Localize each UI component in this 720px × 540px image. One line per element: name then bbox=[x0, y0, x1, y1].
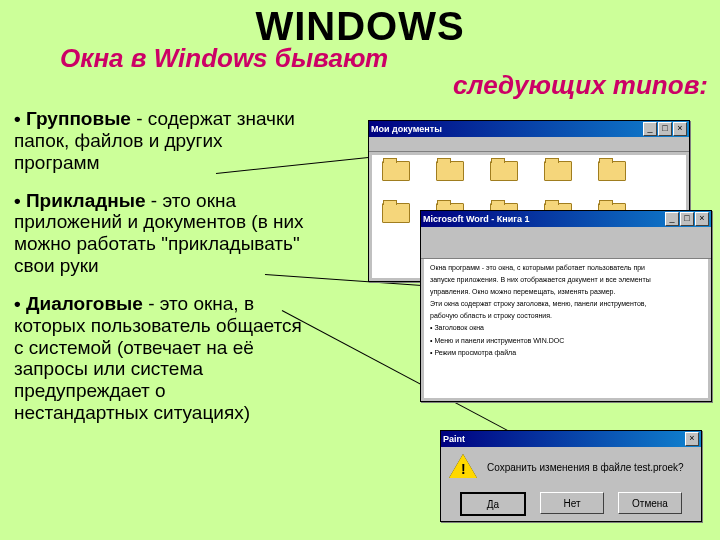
term-app: Прикладные bbox=[26, 190, 146, 211]
editor-text: • Заголовок окна bbox=[430, 323, 702, 332]
window-title: Мои документы bbox=[371, 124, 442, 134]
minimize-button[interactable]: _ bbox=[643, 122, 657, 136]
term-group: Групповые bbox=[26, 108, 131, 129]
editor-body[interactable]: Окна программ - это окна, с которыми раб… bbox=[424, 259, 708, 398]
folder-icon[interactable] bbox=[538, 161, 578, 195]
editor-text: • Режим просмотра файла bbox=[430, 348, 702, 357]
window-controls: _ □ × bbox=[665, 212, 709, 226]
list-item: • Групповые - содержат значки папок, фай… bbox=[14, 108, 304, 174]
window-title: Microsoft Word - Книга 1 bbox=[423, 214, 530, 224]
dialog-body: ! Сохранить изменения в файле test.proek… bbox=[441, 448, 701, 521]
bullet-dot: • bbox=[14, 190, 26, 211]
editor-text: запуске приложения. В них отображается д… bbox=[430, 275, 702, 284]
application-window[interactable]: Microsoft Word - Книга 1 _ □ × Окна прог… bbox=[420, 210, 712, 402]
subtitle-line-2: следующих типов: bbox=[0, 70, 708, 101]
list-item: • Прикладные - это окна приложений и док… bbox=[14, 190, 304, 277]
warning-icon: ! bbox=[449, 454, 477, 480]
titlebar[interactable]: Paint × bbox=[441, 431, 701, 447]
titlebar[interactable]: Microsoft Word - Книга 1 _ □ × bbox=[421, 211, 711, 227]
folder-icon[interactable] bbox=[376, 203, 416, 237]
dialog-message: Сохранить изменения в файле test.proek? bbox=[487, 462, 684, 473]
bullet-dot: • bbox=[14, 108, 26, 129]
cancel-button[interactable]: Отмена bbox=[618, 492, 682, 514]
folder-icon[interactable] bbox=[430, 161, 470, 195]
bullet-list: • Групповые - содержат значки папок, фай… bbox=[14, 108, 304, 440]
titlebar[interactable]: Мои документы _ □ × bbox=[369, 121, 689, 137]
folder-icon[interactable] bbox=[484, 161, 524, 195]
toolbar bbox=[421, 228, 711, 259]
yes-button[interactable]: Да bbox=[460, 492, 526, 516]
editor-text: Эти окна содержат строку заголовка, меню… bbox=[430, 299, 702, 308]
toolbar bbox=[369, 137, 689, 152]
editor-text: управления. Окно можно перемещать, измен… bbox=[430, 287, 702, 296]
editor-text: Окна программ - это окна, с которыми раб… bbox=[430, 263, 702, 272]
window-title: Paint bbox=[443, 434, 465, 444]
folder-icon[interactable] bbox=[592, 161, 632, 195]
minimize-button[interactable]: _ bbox=[665, 212, 679, 226]
dialog-buttons: Да Нет Отмена bbox=[449, 492, 693, 516]
no-button[interactable]: Нет bbox=[540, 492, 604, 514]
window-controls: _ □ × bbox=[643, 122, 687, 136]
list-item: • Диалоговые - это окна, в которых польз… bbox=[14, 293, 304, 424]
maximize-button[interactable]: □ bbox=[680, 212, 694, 226]
close-button[interactable]: × bbox=[695, 212, 709, 226]
close-button[interactable]: × bbox=[685, 432, 699, 446]
maximize-button[interactable]: □ bbox=[658, 122, 672, 136]
editor-text: • Меню и панели инструментов WIN.DOC bbox=[430, 336, 702, 345]
dialog-window[interactable]: Paint × ! Сохранить изменения в файле te… bbox=[440, 430, 702, 522]
bullet-dot: • bbox=[14, 293, 26, 314]
editor-text: рабочую область и строку состояния. bbox=[430, 311, 702, 320]
close-button[interactable]: × bbox=[673, 122, 687, 136]
term-dialog: Диалоговые bbox=[26, 293, 143, 314]
folder-icon[interactable] bbox=[376, 161, 416, 195]
window-controls: × bbox=[685, 432, 699, 446]
